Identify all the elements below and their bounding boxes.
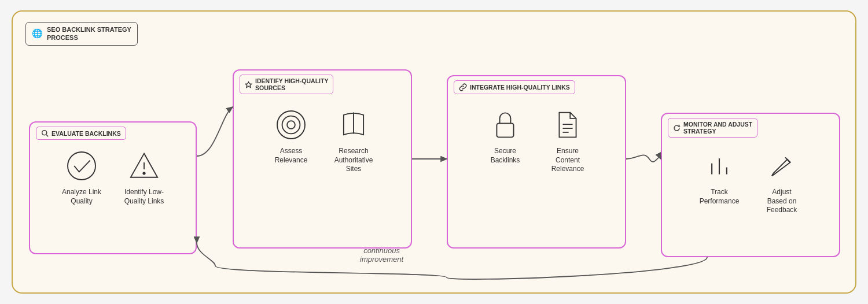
continuous-improvement-label: continuousimprovement	[360, 246, 403, 264]
target-icon	[274, 107, 308, 142]
integrate-header-label: INTEGRATE HIGH-QUALITY LINKS	[470, 84, 570, 91]
research-auth-label: ResearchAuthoritativeSites	[334, 147, 373, 174]
document-icon	[550, 107, 585, 142]
monitor-content: TrackPerformance AdjustBased onFeedback	[662, 140, 839, 223]
assess-relevance-item: AssessRelevance	[265, 107, 317, 165]
identify-content: AssessRelevance ResearchAuthoritativeSit…	[234, 97, 411, 182]
search-icon	[41, 129, 49, 137]
svg-point-0	[42, 131, 47, 135]
diagram-container: 🌐 SEO BACKLINK STRATEGY PROCESS EVALUATE…	[12, 10, 856, 294]
ensure-content-label: EnsureContentRelevance	[551, 147, 584, 174]
assess-relevance-label: AssessRelevance	[275, 147, 308, 165]
secure-backlinks-label: SecureBacklinks	[491, 147, 520, 165]
globe-icon: 🌐	[32, 28, 43, 39]
track-performance-item: TrackPerformance	[693, 149, 745, 206]
identify-header-label: IDENTIFY HIGH-QUALITYSOURCES	[255, 77, 328, 91]
analyze-link-quality-label: Analyze LinkQuality	[62, 188, 101, 206]
monitor-adjust-box: MONITOR AND ADJUSTSTRATEGY TrackPerforma…	[661, 113, 840, 257]
identify-header: IDENTIFY HIGH-QUALITYSOURCES	[234, 71, 411, 97]
checkmark-circle-icon	[64, 149, 99, 183]
warning-triangle-icon	[127, 149, 161, 183]
analyze-link-quality-item: Analyze LinkQuality	[56, 149, 108, 206]
track-performance-label: TrackPerformance	[700, 188, 740, 206]
integrate-header: INTEGRATE HIGH-QUALITY LINKS	[448, 76, 625, 97]
svg-point-2	[68, 152, 95, 180]
research-auth-item: ResearchAuthoritativeSites	[328, 107, 380, 174]
svg-line-19	[787, 160, 790, 162]
secure-backlinks-item: SecureBacklinks	[479, 107, 531, 165]
identify-low-quality-item: Identify Low-Quality Links	[118, 149, 170, 206]
evaluate-backlinks-box: EVALUATE BACKLINKS Analyze LinkQuality I…	[29, 121, 197, 254]
monitor-header: MONITOR AND ADJUSTSTRATEGY	[662, 114, 839, 140]
diagram-title: SEO BACKLINK STRATEGY PROCESS	[47, 25, 131, 42]
integrate-links-box: INTEGRATE HIGH-QUALITY LINKS SecureBackl…	[447, 75, 626, 249]
ensure-content-item: EnsureContentRelevance	[542, 107, 594, 174]
evaluate-header: EVALUATE BACKLINKS	[30, 123, 196, 143]
adjust-feedback-label: AdjustBased onFeedback	[767, 188, 797, 215]
identify-sources-box: IDENTIFY HIGH-QUALITYSOURCES AssessRelev…	[233, 69, 412, 249]
refresh-icon	[673, 124, 681, 132]
svg-point-9	[287, 121, 295, 129]
svg-rect-11	[496, 123, 513, 137]
diagram-title-box: 🌐 SEO BACKLINK STRATEGY PROCESS	[25, 22, 138, 46]
book-icon	[336, 107, 371, 142]
lock-icon	[488, 107, 523, 142]
svg-point-5	[143, 172, 145, 174]
adjust-feedback-item: AdjustBased onFeedback	[756, 149, 808, 215]
evaluate-content: Analyze LinkQuality Identify Low-Quality…	[30, 143, 196, 214]
star-icon	[245, 81, 252, 88]
identify-low-quality-label: Identify Low-Quality Links	[124, 188, 164, 206]
bars-icon	[702, 149, 737, 183]
integrate-content: SecureBacklinks EnsureContentRelevance	[448, 97, 625, 182]
monitor-header-label: MONITOR AND ADJUSTSTRATEGY	[683, 121, 752, 135]
svg-point-7	[277, 111, 305, 139]
pencil-icon	[764, 149, 799, 183]
svg-line-1	[46, 135, 48, 136]
link-icon	[459, 83, 467, 91]
svg-marker-6	[245, 81, 252, 87]
evaluate-header-label: EVALUATE BACKLINKS	[52, 130, 121, 137]
svg-point-8	[282, 116, 300, 134]
